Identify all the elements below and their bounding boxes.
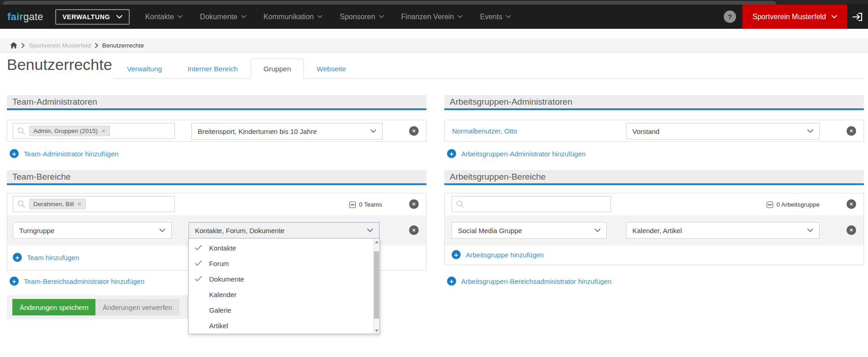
add-wg-admin-link[interactable]: + Arbeitsgruppen-Administrator hinzufüge… [447,149,586,158]
tab-webseite[interactable]: Webseite [304,59,358,78]
scroll-up-icon[interactable] [374,239,379,245]
dropdown-item[interactable]: Dokumente [189,271,373,287]
check-icon [195,261,202,266]
team-select-value: Turngruppe [19,227,54,234]
main-nav: KontakteDokumenteKommunikationSponsorenF… [145,13,511,21]
team-areas-search-row: Derahmen, Bill ✕ 0 Teams ✕ [7,193,426,215]
add-wg-areas-admin-label: Arbeitsgruppen-Bereichsadministrator hin… [461,277,611,285]
scrollbar-thumb[interactable] [374,251,379,319]
fairgate-logo[interactable]: fairgate [7,11,43,23]
add-team-admin-link[interactable]: + Team-Administrator hinzufügen [10,149,119,158]
breadcrumb-club[interactable]: Sportverein Musterfeld [29,42,91,49]
wg-areas-multiselect[interactable]: Kalender, Artikel [626,222,820,239]
page-title: Benutzerrechte [7,56,112,74]
nav-item[interactable]: Kontakte [145,13,183,21]
nav-item[interactable]: Finanzen Verein [401,13,463,21]
dropdown-item[interactable]: Kontakte [189,240,373,256]
team-areas-multiselect[interactable]: Kontakte, Forum, Dokumente [189,222,379,239]
wg-admin-group-select[interactable]: Vorstand [626,123,820,139]
dropdown-item[interactable]: Artikel [189,318,373,333]
chevron-down-icon [458,15,463,18]
dropdown-item[interactable]: Forum [189,256,373,271]
workgroups-count-label: 0 Arbeitsgruppe [776,201,820,208]
chip-remove-icon[interactable]: ✕ [77,201,82,207]
add-team-areas-admin-label: Team-Bereichsadministrator hinzufügen [24,277,144,285]
dropdown-scrollbar[interactable] [373,239,379,334]
remove-wg-areas-row-button[interactable]: ✕ [847,199,856,209]
top-navbar: fairgate VERWALTUNG KontakteDokumenteKom… [0,5,868,29]
plus-icon: + [13,253,22,262]
wg-areas-search-input[interactable] [452,196,611,212]
breadcrumb-current: Benutzerrechte [102,42,144,49]
save-changes-button[interactable]: Änderungen speichern [12,299,96,315]
nav-item[interactable]: Dokumente [200,13,246,21]
add-wg-areas-admin-link[interactable]: + Arbeitsgruppen-Bereichsadministrator h… [447,277,611,286]
tab-verwaltung[interactable]: Verwaltung [114,59,175,78]
team-admin-search-input[interactable]: Admin, Gruppen (2015) ✕ [13,123,175,139]
remove-team-button[interactable]: ✕ [409,225,419,235]
tabs: VerwaltungInterner BereichGruppenWebseit… [114,59,359,79]
chevron-down-icon [831,15,837,18]
teams-count[interactable]: 0 Teams [349,201,382,208]
add-workgroup-label: Arbeitsgruppe hinzufügen [466,251,544,259]
chip-label: Derahmen, Bill [33,201,74,208]
add-team-areas-admin-link[interactable]: + Team-Bereichsadministrator hinzufügen [10,277,144,286]
breadcrumb-separator-icon [95,43,98,48]
add-team-link[interactable]: + Team hinzufügen [13,253,79,262]
teams-count-label: 0 Teams [359,201,382,208]
team-admin-team-select[interactable]: Breitensport, Kinderturnen bis 10 Jahre [191,123,383,139]
add-workgroup-link[interactable]: + Arbeitsgruppe hinzufügen [452,250,544,259]
chevron-down-icon [116,15,122,19]
navbar-right: ? Sportverein Musterfeld [724,5,868,29]
plus-icon: + [10,277,19,286]
logout-icon[interactable] [847,12,868,21]
section-title-team-areas: Team-Bereiche [7,170,426,185]
help-button[interactable]: ? [724,11,736,23]
add-team-label: Team hinzufügen [27,254,79,261]
chevron-down-icon [367,229,373,232]
account-button[interactable]: Sportverein Musterfeld [742,5,847,29]
plus-icon: + [452,250,461,259]
wg-admin-contact-link[interactable]: Normalbenutzer, Otto [452,127,517,135]
chip-remove-icon[interactable]: ✕ [101,128,106,134]
remove-team-areas-row-button[interactable]: ✕ [409,199,419,209]
search-icon [17,200,25,208]
account-label: Sportverein Musterfeld [752,13,826,21]
team-select[interactable]: Turngruppe [13,222,172,239]
search-icon [17,127,25,135]
dropdown-item[interactable]: Kalender [189,287,373,302]
discard-changes-button[interactable]: Änderungen verwerfen [95,299,179,315]
breadcrumb: Sportverein Musterfeld Benutzerrechte [0,38,868,53]
plus-icon: + [10,149,19,158]
remove-workgroup-button[interactable]: ✕ [847,225,856,235]
breadcrumb-separator-icon [21,43,25,48]
home-icon[interactable] [10,42,17,48]
scroll-down-icon[interactable] [374,327,379,334]
tab-interner-bereich[interactable]: Interner Bereich [175,59,251,78]
chevron-down-icon [379,15,384,18]
wg-admin-group-select-value: Vorstand [632,128,659,135]
section-title-wg-areas: Arbeitsgruppen-Bereiche [444,170,864,185]
areas-dropdown: KontakteForumDokumenteKalenderGalerieArt… [188,238,380,334]
workgroups-count[interactable]: 0 Arbeitsgruppe [767,201,820,208]
wg-areas-select-row: Social Media Gruppe Kalender, Artikel ✕ [445,215,863,245]
remove-wg-admin-button[interactable]: ✕ [847,126,856,136]
nav-item[interactable]: Kommunikation [263,13,322,21]
browser-tab-strip [0,0,868,5]
wg-areas-search-row: 0 Arbeitsgruppe ✕ [445,193,863,215]
tab-gruppen[interactable]: Gruppen [251,59,304,79]
chevron-down-icon [159,229,165,232]
wg-areas-row: 0 Arbeitsgruppe ✕ Social Media Gruppe Ka… [444,193,864,265]
nav-item[interactable]: Sponsoren [340,13,384,21]
verwaltung-menu-button[interactable]: VERWALTUNG [55,9,130,25]
team-areas-search-input[interactable]: Derahmen, Bill ✕ [13,196,175,212]
remove-team-admin-button[interactable]: ✕ [409,126,419,136]
nav-item[interactable]: Events [480,13,511,21]
team-admin-team-select-value: Breitensport, Kinderturnen bis 10 Jahre [198,128,317,135]
section-title-team-admins: Team-Administratoren [7,95,426,110]
workgroup-select[interactable]: Social Media Gruppe [452,222,607,239]
dropdown-item[interactable]: Galerie [189,302,373,318]
check-icon [195,276,202,282]
areas-dropdown-list: KontakteForumDokumenteKalenderGalerieArt… [189,240,373,333]
chevron-down-icon [807,129,813,133]
